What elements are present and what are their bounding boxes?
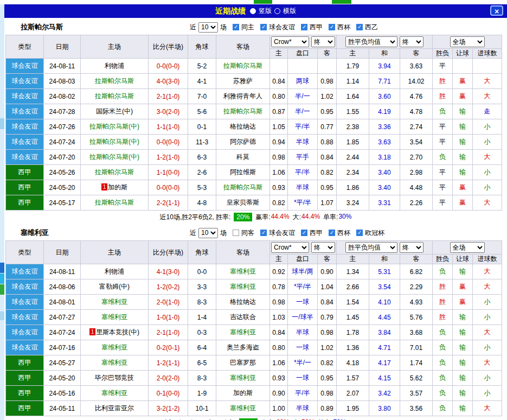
- summary-stat: 大:50%: [293, 418, 315, 420]
- home-team-cell: 塞维利亚: [81, 355, 149, 371]
- match-row: 球会友谊24-08-11利物浦4-1(3-0)0-0塞维利亚0.92球半/两0.…: [6, 264, 502, 279]
- vertical-layout-label: 竖版: [259, 7, 272, 16]
- result-cell: 负: [433, 150, 453, 165]
- corners-cell: 5-3: [188, 180, 216, 195]
- sub-header: 客: [318, 49, 337, 59]
- sub-header: 客: [400, 49, 433, 59]
- eu-home-odds: 1.57: [337, 371, 369, 386]
- column-header: 比分(半场): [149, 35, 188, 59]
- date-cell: 24-05-27: [44, 355, 81, 371]
- match-count-select[interactable]: 10: [198, 22, 218, 33]
- result-cell: 平: [433, 180, 453, 195]
- red-card-badge: 1: [89, 328, 95, 335]
- goals-result-cell: 大: [473, 264, 502, 279]
- match-row: 西甲24-05-201加的斯0-0(0-0)5-3拉斯帕尔马斯0.93半球0.9…: [6, 180, 502, 195]
- league-filter-checkbox[interactable]: [329, 24, 335, 30]
- eu-home-odds: 2.44: [337, 150, 369, 165]
- scope-filter-checkbox[interactable]: [233, 230, 239, 236]
- home-team-name: 拉斯帕尔马斯(中): [89, 123, 139, 130]
- away-team-name: 塞维利亚: [230, 404, 256, 412]
- eu-home-odds: 2.38: [337, 119, 369, 135]
- scope-filter-checkbox[interactable]: [233, 24, 239, 30]
- eu-draw-odds: 4.10: [369, 295, 400, 310]
- goals-result-cell: 小: [473, 386, 502, 401]
- result-cell: 负: [433, 355, 453, 371]
- league-filter-checkbox[interactable]: [329, 230, 335, 236]
- competition-cell: 西甲: [6, 371, 44, 386]
- column-header: 客场: [216, 35, 270, 59]
- goals-result-cell: 大: [473, 89, 502, 104]
- ah-home-odds: 1.06: [270, 165, 288, 180]
- away-team-cell: 塞维利亚: [216, 279, 270, 295]
- goals-result-cell: 大: [473, 401, 502, 416]
- goals-result-cell: 大: [473, 74, 502, 89]
- competition-cell: 球会友谊: [6, 295, 44, 310]
- horizontal-layout-radio[interactable]: [274, 8, 280, 14]
- goals-result-cell: 大: [473, 195, 502, 211]
- ah-away-odds: 0.98: [318, 386, 337, 401]
- corners-cell: 0-0: [188, 264, 216, 279]
- league-filter-checkbox[interactable]: [356, 24, 363, 30]
- avg-state-select[interactable]: 终: [400, 36, 423, 47]
- handicap-result-cell: [453, 59, 473, 74]
- date-cell: 24-08-02: [44, 89, 81, 104]
- eu-home-odds: 2.07: [337, 386, 369, 401]
- strip-block: [0, 311, 4, 320]
- sub-header: 让球: [453, 49, 473, 59]
- home-team-name: 塞维利亚: [101, 298, 127, 306]
- ah-home-odds: [270, 59, 288, 74]
- result-cell: 平: [433, 59, 453, 74]
- home-team-cell: 塞维利亚: [81, 386, 149, 401]
- ah-home-odds: 0.90: [270, 386, 288, 401]
- match-row: 球会友谊24-07-28国际米兰(中)3-0(2-0)5-6拉斯帕尔马斯0.87…: [6, 104, 502, 119]
- league-filter-checkbox[interactable]: [356, 230, 363, 236]
- strip-block: [0, 284, 4, 295]
- stat-value: 30%: [338, 213, 351, 222]
- eu-home-odds: 3.24: [337, 195, 369, 211]
- away-team-name: 塞维利亚: [230, 283, 256, 290]
- avg-odds-select[interactable]: 胜平负均值: [345, 36, 397, 47]
- home-team-name: 拉斯帕尔马斯(中): [89, 138, 139, 145]
- date-cell: 24-08-11: [44, 59, 81, 74]
- ah-away-odds: 0.98: [318, 74, 337, 89]
- home-team-cell: 1里斯本竞技(中): [81, 325, 149, 340]
- ah-line: 半球: [288, 401, 318, 416]
- league-filter-checkbox[interactable]: [260, 24, 267, 30]
- eu-away-odds: 5.76: [400, 310, 433, 325]
- ah-home-odds: 0.87: [270, 104, 288, 119]
- score-cell: 4-1(3-0): [149, 264, 188, 279]
- avg-state-select[interactable]: 终: [400, 242, 423, 253]
- match-count-select[interactable]: 10: [198, 228, 218, 238]
- match-scope-select[interactable]: 全场: [450, 242, 485, 253]
- ah-line: *平/半: [288, 279, 318, 295]
- sub-header: 和: [369, 49, 400, 59]
- eu-home-odds: 1.45: [337, 310, 369, 325]
- match-scope-select[interactable]: 全场: [450, 36, 485, 47]
- summary-text: 近10场,胜2平6负2, 胜率:: [160, 213, 231, 222]
- goals-result-cell: 小: [473, 295, 502, 310]
- ah-home-odds: 0.84: [270, 74, 288, 89]
- sub-header: 主: [337, 254, 369, 264]
- league-filter-checkbox[interactable]: [301, 24, 307, 30]
- close-icon[interactable]: ×: [490, 5, 503, 16]
- result-cell: 负: [433, 325, 453, 340]
- ah-home-odds: 0.80: [270, 340, 288, 355]
- ah-away-odds: 0.77: [318, 119, 337, 135]
- odds-state-select[interactable]: 终: [311, 242, 335, 253]
- ah-line: [288, 59, 318, 74]
- odds-state-select[interactable]: 终: [311, 36, 335, 47]
- stat-value: 20%: [277, 418, 290, 420]
- match-row: 球会友谊24-08-11利物浦0-0(0-0)5-2拉斯帕尔马斯1.793.94…: [6, 59, 502, 74]
- vertical-layout-radio[interactable]: [250, 8, 256, 14]
- odds-company-select[interactable]: Crow*: [271, 36, 309, 47]
- goals-result-cell: 小: [473, 310, 502, 325]
- avg-odds-select[interactable]: 胜平负均值: [345, 242, 397, 253]
- date-cell: 24-07-20: [44, 150, 81, 165]
- ah-home-odds: 1.00: [270, 401, 288, 416]
- home-team-name: 国际米兰(中): [96, 107, 133, 115]
- competition-cell: 球会友谊: [6, 59, 44, 74]
- away-team-name: 阿尔萨德: [230, 138, 256, 145]
- league-filter-checkbox[interactable]: [260, 230, 267, 236]
- league-filter-checkbox[interactable]: [301, 230, 307, 236]
- odds-company-select[interactable]: Crow*: [271, 242, 309, 253]
